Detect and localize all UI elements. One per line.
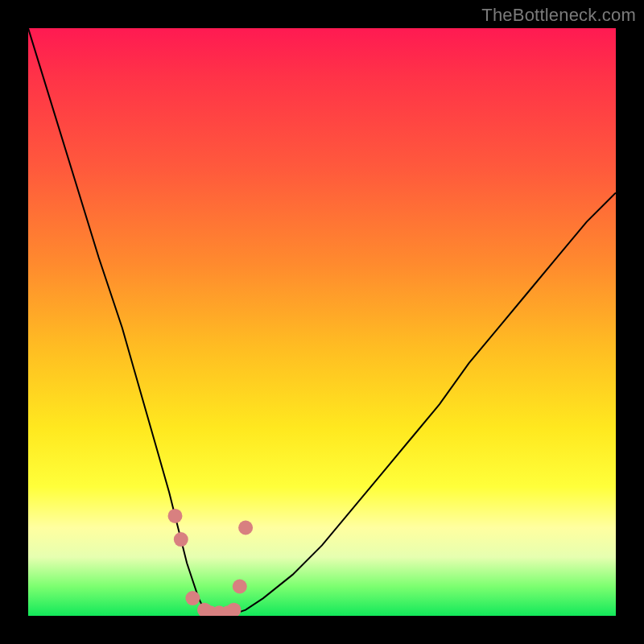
valley-marker [174, 532, 188, 547]
valley-marker [167, 509, 182, 523]
chart-frame: TheBottleneck.com [0, 0, 644, 644]
curve-path [28, 28, 616, 616]
plot-area [28, 28, 616, 616]
valley-marker [238, 520, 253, 535]
watermark-text: TheBottleneck.com [481, 5, 636, 26]
curve-svg [28, 28, 616, 616]
valley-marker [226, 603, 241, 616]
valley-marker [233, 579, 247, 593]
valley-marker [185, 591, 200, 605]
